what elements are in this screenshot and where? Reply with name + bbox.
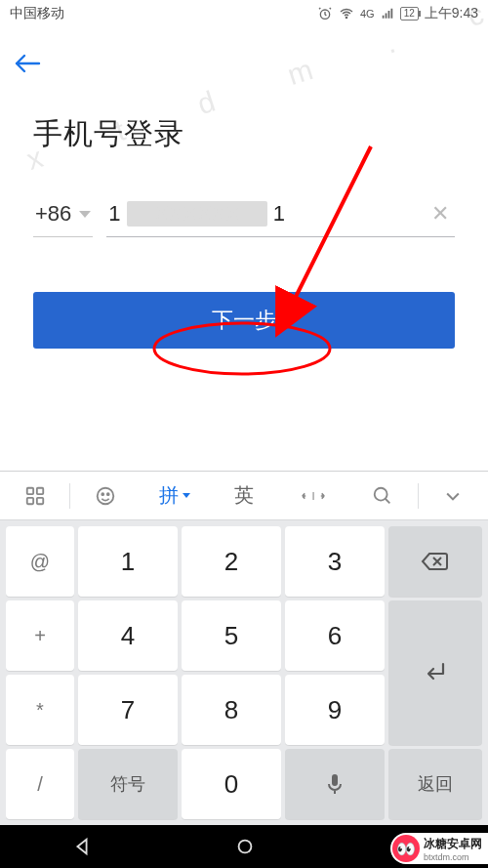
- svg-point-14: [239, 841, 252, 853]
- svg-point-8: [97, 487, 113, 504]
- svg-point-9: [102, 493, 103, 495]
- carrier-label: 中国移动: [10, 5, 64, 22]
- svg-point-1: [346, 17, 346, 18]
- battery-indicator: 12: [400, 7, 419, 21]
- svg-text:I: I: [312, 490, 315, 502]
- next-button[interactable]: 下一步: [33, 292, 455, 349]
- svg-rect-7: [36, 497, 42, 503]
- key-3[interactable]: 3: [285, 526, 385, 597]
- svg-rect-6: [26, 497, 32, 503]
- key-9[interactable]: 9: [285, 675, 385, 745]
- key-0[interactable]: 0: [182, 749, 281, 819]
- nav-home-button[interactable]: [234, 836, 256, 857]
- chevron-down-icon: [183, 493, 190, 498]
- next-button-label: 下一步: [212, 306, 276, 335]
- back-button[interactable]: [14, 51, 41, 80]
- keyboard-toolbar: 拼 英 I: [0, 472, 488, 520]
- key-slash[interactable]: /: [6, 749, 74, 819]
- key-asterisk[interactable]: *: [6, 675, 74, 745]
- keyboard-pinyin-tab[interactable]: 拼: [140, 482, 209, 509]
- key-voice[interactable]: [285, 749, 385, 819]
- status-bar: 中国移动 4G 12 上午9:43: [0, 0, 488, 27]
- keyboard-apps-button[interactable]: [0, 485, 69, 507]
- country-code-value: +86: [35, 201, 71, 227]
- keyboard-cursor-button[interactable]: I: [279, 486, 348, 506]
- alarm-icon: [317, 6, 333, 21]
- clock-label: 上午9:43: [425, 5, 478, 22]
- nav-back-button[interactable]: [71, 836, 93, 857]
- key-enter[interactable]: [388, 600, 482, 745]
- brand-en: btxtdm.com: [424, 852, 482, 862]
- keyboard-search-button[interactable]: [348, 485, 418, 507]
- key-plus[interactable]: +: [6, 600, 74, 671]
- chevron-down-icon: [79, 211, 91, 218]
- svg-rect-13: [332, 774, 338, 786]
- country-code-selector[interactable]: +86: [33, 193, 93, 237]
- svg-point-10: [107, 493, 109, 495]
- phone-suffix: 1: [273, 201, 285, 227]
- key-return[interactable]: 返回: [388, 749, 482, 819]
- key-2[interactable]: 2: [182, 526, 281, 597]
- keyboard-collapse-button[interactable]: [419, 486, 488, 506]
- brand-badge: 👀 冰糖安卓网 btxtdm.com: [390, 833, 488, 864]
- key-8[interactable]: 8: [182, 675, 281, 745]
- network-label: 4G: [360, 8, 375, 20]
- key-6[interactable]: 6: [285, 600, 385, 671]
- signal-icon: [381, 7, 394, 21]
- key-4[interactable]: 4: [78, 600, 178, 671]
- key-1[interactable]: 1: [78, 526, 178, 597]
- keyboard: 拼 英 I @ 1 2 3 + 4 5 6 * 7 8 9: [0, 471, 488, 825]
- key-backspace[interactable]: [388, 526, 482, 597]
- key-5[interactable]: 5: [182, 600, 281, 671]
- svg-rect-5: [36, 487, 42, 493]
- key-symbols[interactable]: 符号: [78, 749, 178, 819]
- key-at[interactable]: @: [6, 526, 74, 597]
- svg-point-12: [375, 487, 387, 500]
- keyboard-english-tab[interactable]: 英: [209, 482, 278, 509]
- brand-icon: 👀: [392, 835, 420, 862]
- brand-cn: 冰糖安卓网: [424, 837, 482, 850]
- keyboard-emoji-button[interactable]: [70, 485, 140, 507]
- phone-input[interactable]: 1 XXXXXX 1 ✕: [106, 193, 455, 237]
- phone-prefix: 1: [108, 201, 120, 227]
- wifi-icon: [339, 6, 354, 21]
- clear-input-button[interactable]: ✕: [427, 201, 453, 227]
- svg-rect-4: [26, 487, 32, 493]
- phone-masked: XXXXXX: [127, 201, 267, 227]
- key-7[interactable]: 7: [78, 675, 178, 745]
- page-title: 手机号登录: [0, 89, 488, 193]
